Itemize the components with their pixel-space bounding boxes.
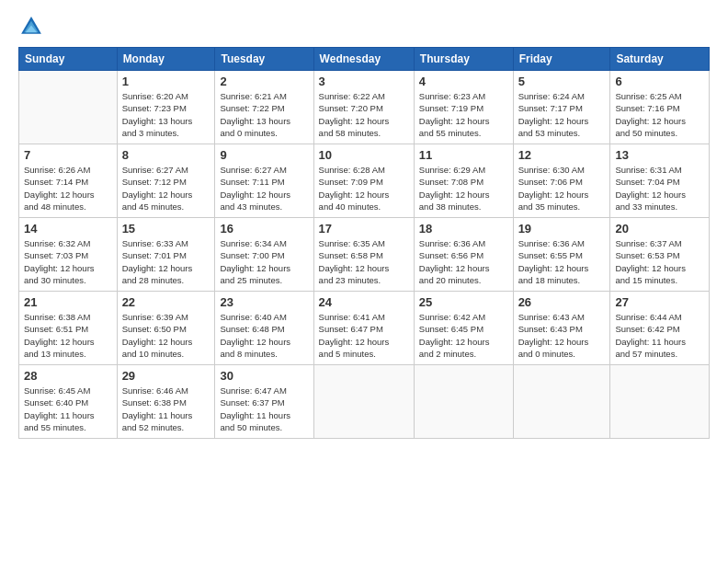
day-number: 23 <box>220 295 308 309</box>
day-cell: 5Sunrise: 6:24 AM Sunset: 7:17 PM Daylig… <box>513 71 610 144</box>
logo <box>18 14 48 40</box>
day-info: Sunrise: 6:32 AM Sunset: 7:03 PM Dayligh… <box>24 237 112 286</box>
day-cell <box>19 71 118 144</box>
day-number: 19 <box>518 222 606 236</box>
day-cell: 8Sunrise: 6:27 AM Sunset: 7:12 PM Daylig… <box>117 144 215 218</box>
day-info: Sunrise: 6:38 AM Sunset: 6:51 PM Dayligh… <box>24 311 112 360</box>
day-info: Sunrise: 6:30 AM Sunset: 7:06 PM Dayligh… <box>518 164 606 213</box>
day-info: Sunrise: 6:24 AM Sunset: 7:17 PM Dayligh… <box>518 90 606 139</box>
day-info: Sunrise: 6:44 AM Sunset: 6:42 PM Dayligh… <box>615 311 704 360</box>
day-number: 11 <box>419 148 508 162</box>
day-number: 25 <box>419 295 508 309</box>
day-number: 8 <box>122 148 210 162</box>
day-cell: 6Sunrise: 6:25 AM Sunset: 7:16 PM Daylig… <box>610 71 710 144</box>
day-cell: 18Sunrise: 6:36 AM Sunset: 6:56 PM Dayli… <box>414 218 513 292</box>
day-cell: 1Sunrise: 6:20 AM Sunset: 7:23 PM Daylig… <box>117 71 215 144</box>
weekday-header-row: SundayMondayTuesdayWednesdayThursdayFrid… <box>19 48 710 71</box>
logo-icon <box>18 14 44 40</box>
day-cell: 10Sunrise: 6:28 AM Sunset: 7:09 PM Dayli… <box>313 144 414 218</box>
day-number: 22 <box>122 295 210 309</box>
day-info: Sunrise: 6:47 AM Sunset: 6:37 PM Dayligh… <box>220 385 308 433</box>
day-number: 1 <box>122 75 210 88</box>
day-info: Sunrise: 6:27 AM Sunset: 7:11 PM Dayligh… <box>220 164 308 213</box>
day-number: 6 <box>615 75 704 88</box>
weekday-header-thursday: Thursday <box>414 48 513 71</box>
day-info: Sunrise: 6:45 AM Sunset: 6:40 PM Dayligh… <box>24 385 112 433</box>
day-cell: 25Sunrise: 6:42 AM Sunset: 6:45 PM Dayli… <box>414 292 513 365</box>
day-info: Sunrise: 6:46 AM Sunset: 6:38 PM Dayligh… <box>122 385 210 433</box>
day-info: Sunrise: 6:29 AM Sunset: 7:08 PM Dayligh… <box>419 164 508 213</box>
day-cell: 3Sunrise: 6:22 AM Sunset: 7:20 PM Daylig… <box>313 71 414 144</box>
day-number: 16 <box>220 222 308 236</box>
day-info: Sunrise: 6:28 AM Sunset: 7:09 PM Dayligh… <box>319 164 409 213</box>
day-number: 21 <box>24 295 112 309</box>
weekday-header-monday: Monday <box>117 48 215 71</box>
day-number: 3 <box>319 75 409 88</box>
day-cell: 20Sunrise: 6:37 AM Sunset: 6:53 PM Dayli… <box>610 218 710 292</box>
week-row-1: 1Sunrise: 6:20 AM Sunset: 7:23 PM Daylig… <box>19 71 710 144</box>
day-info: Sunrise: 6:33 AM Sunset: 7:01 PM Dayligh… <box>122 237 210 286</box>
header <box>18 14 710 40</box>
day-info: Sunrise: 6:43 AM Sunset: 6:43 PM Dayligh… <box>518 311 606 360</box>
day-cell: 29Sunrise: 6:46 AM Sunset: 6:38 PM Dayli… <box>117 365 215 439</box>
day-info: Sunrise: 6:42 AM Sunset: 6:45 PM Dayligh… <box>419 311 508 360</box>
week-row-2: 7Sunrise: 6:26 AM Sunset: 7:14 PM Daylig… <box>19 144 710 218</box>
day-cell: 19Sunrise: 6:36 AM Sunset: 6:55 PM Dayli… <box>513 218 610 292</box>
day-number: 15 <box>122 222 210 236</box>
day-cell: 9Sunrise: 6:27 AM Sunset: 7:11 PM Daylig… <box>215 144 313 218</box>
day-number: 10 <box>319 148 409 162</box>
day-info: Sunrise: 6:35 AM Sunset: 6:58 PM Dayligh… <box>319 237 409 286</box>
day-cell: 14Sunrise: 6:32 AM Sunset: 7:03 PM Dayli… <box>19 218 118 292</box>
day-cell: 22Sunrise: 6:39 AM Sunset: 6:50 PM Dayli… <box>117 292 215 365</box>
day-info: Sunrise: 6:37 AM Sunset: 6:53 PM Dayligh… <box>615 237 704 286</box>
day-cell <box>313 365 414 439</box>
day-cell: 28Sunrise: 6:45 AM Sunset: 6:40 PM Dayli… <box>19 365 118 439</box>
day-number: 27 <box>615 295 704 309</box>
day-cell: 4Sunrise: 6:23 AM Sunset: 7:19 PM Daylig… <box>414 71 513 144</box>
day-number: 20 <box>615 222 704 236</box>
day-info: Sunrise: 6:23 AM Sunset: 7:19 PM Dayligh… <box>419 90 508 139</box>
day-info: Sunrise: 6:26 AM Sunset: 7:14 PM Dayligh… <box>24 164 112 213</box>
week-row-3: 14Sunrise: 6:32 AM Sunset: 7:03 PM Dayli… <box>19 218 710 292</box>
day-number: 7 <box>24 148 112 162</box>
day-number: 2 <box>220 75 308 88</box>
day-number: 5 <box>518 75 606 88</box>
day-info: Sunrise: 6:27 AM Sunset: 7:12 PM Dayligh… <box>122 164 210 213</box>
day-cell: 7Sunrise: 6:26 AM Sunset: 7:14 PM Daylig… <box>19 144 118 218</box>
day-info: Sunrise: 6:31 AM Sunset: 7:04 PM Dayligh… <box>615 164 704 213</box>
calendar: SundayMondayTuesdayWednesdayThursdayFrid… <box>18 47 710 439</box>
day-info: Sunrise: 6:20 AM Sunset: 7:23 PM Dayligh… <box>122 90 210 139</box>
day-cell <box>610 365 710 439</box>
day-number: 9 <box>220 148 308 162</box>
day-info: Sunrise: 6:39 AM Sunset: 6:50 PM Dayligh… <box>122 311 210 360</box>
week-row-4: 21Sunrise: 6:38 AM Sunset: 6:51 PM Dayli… <box>19 292 710 365</box>
weekday-header-friday: Friday <box>513 48 610 71</box>
day-number: 28 <box>24 369 112 383</box>
day-cell <box>513 365 610 439</box>
day-cell: 17Sunrise: 6:35 AM Sunset: 6:58 PM Dayli… <box>313 218 414 292</box>
day-cell: 2Sunrise: 6:21 AM Sunset: 7:22 PM Daylig… <box>215 71 313 144</box>
day-cell: 15Sunrise: 6:33 AM Sunset: 7:01 PM Dayli… <box>117 218 215 292</box>
day-number: 24 <box>319 295 409 309</box>
day-number: 26 <box>518 295 606 309</box>
day-cell: 16Sunrise: 6:34 AM Sunset: 7:00 PM Dayli… <box>215 218 313 292</box>
day-number: 14 <box>24 222 112 236</box>
day-info: Sunrise: 6:36 AM Sunset: 6:56 PM Dayligh… <box>419 237 508 286</box>
day-info: Sunrise: 6:36 AM Sunset: 6:55 PM Dayligh… <box>518 237 606 286</box>
page: SundayMondayTuesdayWednesdayThursdayFrid… <box>0 0 728 563</box>
weekday-header-saturday: Saturday <box>610 48 710 71</box>
day-cell: 21Sunrise: 6:38 AM Sunset: 6:51 PM Dayli… <box>19 292 118 365</box>
day-number: 4 <box>419 75 508 88</box>
day-number: 18 <box>419 222 508 236</box>
weekday-header-wednesday: Wednesday <box>313 48 414 71</box>
day-number: 17 <box>319 222 409 236</box>
day-cell: 30Sunrise: 6:47 AM Sunset: 6:37 PM Dayli… <box>215 365 313 439</box>
day-cell <box>414 365 513 439</box>
day-cell: 13Sunrise: 6:31 AM Sunset: 7:04 PM Dayli… <box>610 144 710 218</box>
weekday-header-tuesday: Tuesday <box>215 48 313 71</box>
day-cell: 12Sunrise: 6:30 AM Sunset: 7:06 PM Dayli… <box>513 144 610 218</box>
day-number: 30 <box>220 369 308 383</box>
day-info: Sunrise: 6:34 AM Sunset: 7:00 PM Dayligh… <box>220 237 308 286</box>
weekday-header-sunday: Sunday <box>19 48 118 71</box>
day-number: 13 <box>615 148 704 162</box>
